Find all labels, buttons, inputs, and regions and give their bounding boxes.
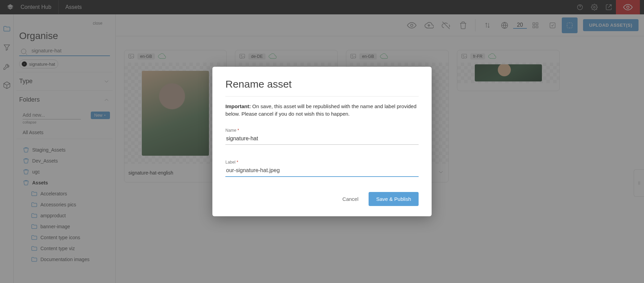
important-prefix: Important:	[225, 103, 251, 109]
name-field-label: Name *	[225, 128, 419, 133]
save-publish-button[interactable]: Save & Publish	[369, 192, 419, 206]
rename-modal: Rename asset Important: On save, this as…	[212, 67, 432, 216]
modal-important: Important: On save, this asset will be r…	[225, 103, 419, 118]
cancel-button[interactable]: Cancel	[338, 192, 363, 206]
label-input[interactable]	[225, 165, 419, 177]
name-input[interactable]	[225, 133, 419, 145]
important-body: On save, this asset will be republished …	[225, 103, 417, 117]
modal-title: Rename asset	[225, 78, 419, 90]
name-label-text: Name	[225, 128, 236, 133]
label-field-label: Label *	[225, 160, 419, 165]
modal-scrim: Rename asset Important: On save, this as…	[0, 0, 644, 283]
label-label-text: Label	[225, 160, 235, 165]
